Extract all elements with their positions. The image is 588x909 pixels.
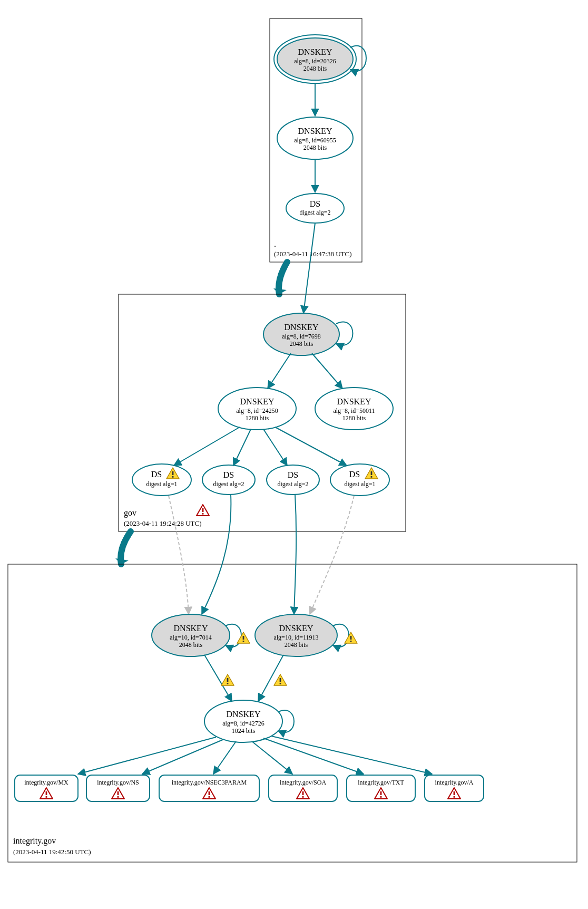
zone-int-ts: (2023-04-11 19:42:50 UTC) xyxy=(13,848,91,856)
rr-soa: integrity.gov/SOA xyxy=(269,775,337,801)
svg-text:DNSKEY: DNSKEY xyxy=(174,624,208,633)
node-int-ksk2: DNSKEY alg=10, id=11913 2048 bits xyxy=(255,614,337,656)
node-gov-ds3: DS digest alg=2 xyxy=(267,465,319,495)
zone-root-name: . xyxy=(274,239,276,248)
svg-text:digest alg=2: digest alg=2 xyxy=(277,480,308,488)
svg-text:DS: DS xyxy=(310,199,320,208)
zone-root-ts: (2023-04-11 16:47:38 UTC) xyxy=(274,250,352,258)
svg-text:digest alg=1: digest alg=1 xyxy=(344,480,375,488)
node-gov-zsk2: DNSKEY alg=8, id=50011 1280 bits xyxy=(315,388,393,430)
svg-text:DS: DS xyxy=(151,470,162,479)
node-int-zsk: DNSKEY alg=8, id=42726 1024 bits xyxy=(204,700,282,742)
edge-root-to-gov-head xyxy=(273,288,287,294)
node-int-ksk1: DNSKEY alg=10, id=7014 2048 bits xyxy=(152,614,230,656)
warning-icon xyxy=(274,674,287,685)
svg-text:digest alg=2: digest alg=2 xyxy=(299,209,330,216)
zone-root: . (2023-04-11 16:47:38 UTC) DNSKEY alg=8… xyxy=(270,18,366,262)
svg-text:1280 bits: 1280 bits xyxy=(342,414,366,422)
svg-text:integrity.gov/MX: integrity.gov/MX xyxy=(24,779,68,786)
warning-icon xyxy=(345,632,357,643)
rr-ns: integrity.gov/NS xyxy=(86,775,150,801)
node-root-ds: DS digest alg=2 xyxy=(286,194,344,223)
svg-text:alg=8, id=60955: alg=8, id=60955 xyxy=(294,137,336,144)
svg-text:alg=8, id=7698: alg=8, id=7698 xyxy=(282,333,321,340)
rr-nsec3param: integrity.gov/NSEC3PARAM xyxy=(159,775,259,801)
rr-txt: integrity.gov/TXT xyxy=(347,775,415,801)
zone-gov: gov (2023-04-11 19:24:28 UTC) DNSKEY alg… xyxy=(119,223,406,531)
svg-text:DNSKEY: DNSKEY xyxy=(337,397,371,406)
svg-point-39 xyxy=(330,464,389,496)
svg-text:integrity.gov/A: integrity.gov/A xyxy=(435,779,474,786)
warning-icon xyxy=(221,674,234,685)
svg-text:alg=10, id=11913: alg=10, id=11913 xyxy=(273,634,318,641)
svg-text:2048 bits: 2048 bits xyxy=(303,65,327,72)
node-gov-zsk1: DNSKEY alg=8, id=24250 1280 bits xyxy=(218,388,296,430)
svg-text:alg=8, id=50011: alg=8, id=50011 xyxy=(333,407,375,414)
svg-text:DS: DS xyxy=(349,470,360,479)
svg-text:integrity.gov/TXT: integrity.gov/TXT xyxy=(358,779,404,786)
svg-text:alg=10, id=7014: alg=10, id=7014 xyxy=(170,634,212,641)
node-gov-ds1: DS digest alg=1 xyxy=(132,464,191,496)
svg-text:integrity.gov/NSEC3PARAM: integrity.gov/NSEC3PARAM xyxy=(172,779,247,786)
svg-text:alg=8, id=42726: alg=8, id=42726 xyxy=(222,720,264,727)
svg-text:2048 bits: 2048 bits xyxy=(285,641,308,649)
svg-text:integrity.gov/SOA: integrity.gov/SOA xyxy=(280,779,327,786)
svg-text:1280 bits: 1280 bits xyxy=(246,414,269,422)
zone-gov-ts: (2023-04-11 19:24:28 UTC) xyxy=(124,519,202,527)
svg-text:DNSKEY: DNSKEY xyxy=(227,710,261,719)
svg-text:digest alg=1: digest alg=1 xyxy=(146,480,177,488)
node-gov-ksk: DNSKEY alg=8, id=7698 2048 bits xyxy=(263,313,339,355)
svg-text:2048 bits: 2048 bits xyxy=(303,144,327,151)
svg-text:2048 bits: 2048 bits xyxy=(179,641,203,649)
svg-text:DS: DS xyxy=(288,470,298,479)
node-gov-ds2: DS digest alg=2 xyxy=(202,465,255,495)
warning-icon xyxy=(237,632,250,643)
svg-text:DNSKEY: DNSKEY xyxy=(279,624,313,633)
edge-gov-to-integrity xyxy=(121,531,131,564)
svg-text:1024 bits: 1024 bits xyxy=(232,727,256,734)
svg-text:DNSKEY: DNSKEY xyxy=(240,397,275,406)
dnssec-diagram: . (2023-04-11 16:47:38 UTC) DNSKEY alg=8… xyxy=(0,0,588,909)
svg-text:DNSKEY: DNSKEY xyxy=(298,47,332,56)
svg-rect-42 xyxy=(8,564,577,862)
svg-text:2048 bits: 2048 bits xyxy=(290,340,313,347)
zone-int-name: integrity.gov xyxy=(13,836,56,846)
svg-text:integrity.gov/NS: integrity.gov/NS xyxy=(97,779,139,786)
node-root-ksk: DNSKEY alg=8, id=20326 2048 bits xyxy=(274,35,356,83)
svg-point-33 xyxy=(202,465,255,495)
zone-integrity: integrity.gov (2023-04-11 19:42:50 UTC) … xyxy=(8,495,577,862)
svg-text:DS: DS xyxy=(223,470,234,479)
svg-text:DNSKEY: DNSKEY xyxy=(298,127,332,136)
node-root-zsk: DNSKEY alg=8, id=60955 2048 bits xyxy=(277,117,353,159)
svg-text:alg=8, id=20326: alg=8, id=20326 xyxy=(294,57,336,65)
error-icon xyxy=(197,505,209,516)
zone-gov-name: gov xyxy=(124,508,136,518)
node-gov-ds4: DS digest alg=1 xyxy=(330,464,389,496)
svg-point-30 xyxy=(132,464,191,496)
svg-text:DNSKEY: DNSKEY xyxy=(285,323,319,332)
rr-mx: integrity.gov/MX xyxy=(15,775,78,801)
svg-text:alg=8, id=24250: alg=8, id=24250 xyxy=(236,407,278,414)
svg-text:digest alg=2: digest alg=2 xyxy=(213,480,244,488)
svg-point-36 xyxy=(267,465,319,495)
svg-point-14 xyxy=(286,194,344,223)
rr-a: integrity.gov/A xyxy=(425,775,484,801)
